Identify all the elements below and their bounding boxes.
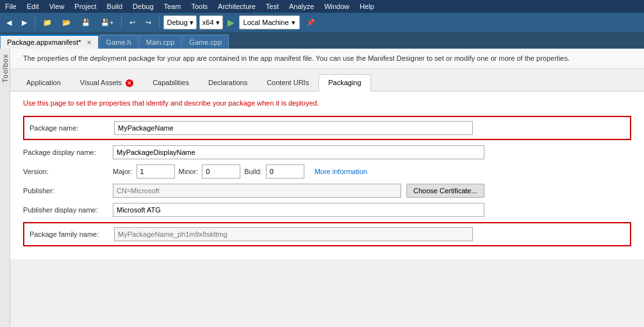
menu-test[interactable]: Test (261, 1, 284, 12)
save-button[interactable]: 💾 (78, 17, 94, 29)
tab-content-uris-label: Content URIs (267, 79, 309, 86)
menu-debug[interactable]: Debug (128, 1, 158, 12)
manifest-tabs: Application Visual Assets ✕ Capabilities… (10, 74, 644, 92)
menu-architecture[interactable]: Architecture (213, 1, 261, 12)
tab-application-label: Application (26, 79, 61, 86)
publisher-display-name-row: Publisher display name: (23, 203, 631, 217)
package-name-label: Package name: (29, 124, 114, 132)
menu-window[interactable]: Window (319, 1, 354, 12)
version-fields: Major: Minor: Build: More information (113, 164, 367, 179)
toolbar: ◀ ▶ 📁 📂 💾 💾+ ↩ ↪ Debug ▾ x64 ▾ ▶ Local M… (0, 13, 644, 32)
platform-dropdown[interactable]: x64 ▾ (199, 15, 223, 29)
publisher-input (113, 184, 401, 198)
tab-visual-assets[interactable]: Visual Assets ✕ (70, 74, 143, 92)
pin-button[interactable]: 📌 (302, 17, 319, 29)
choose-certificate-button[interactable]: Choose Certificate... (406, 184, 484, 198)
more-information-link[interactable]: More information (315, 168, 368, 175)
tab-manifest-close[interactable]: ✕ (87, 39, 92, 46)
local-machine-button[interactable]: Local Machine ▾ (239, 15, 300, 29)
menu-help[interactable]: Help (354, 1, 379, 12)
redo-button[interactable]: ↪ (142, 17, 155, 29)
version-build-input[interactable] (266, 164, 304, 179)
forward-button[interactable]: ▶ (18, 17, 31, 29)
debug-dropdown-arrow: ▾ (190, 19, 194, 27)
tab-content-uris[interactable]: Content URIs (257, 74, 318, 92)
undo-button[interactable]: ↩ (126, 17, 139, 29)
publisher-display-name-input[interactable] (113, 203, 484, 217)
info-bar: The properties of the deployment package… (10, 49, 644, 69)
build-label: Build: (244, 168, 262, 175)
back-button[interactable]: ◀ (3, 17, 15, 29)
tab-gamecpp-label: Game.cpp (189, 38, 222, 46)
platform-label: x64 (202, 19, 214, 26)
publisher-row: Publisher: Choose Certificate... (23, 184, 631, 198)
tab-gameh[interactable]: Game.h (99, 35, 138, 49)
menu-file[interactable]: File (0, 1, 22, 12)
menu-bar: File Edit View Project Build Debug Team … (0, 0, 644, 13)
version-minor-input[interactable] (202, 164, 240, 179)
version-major-input[interactable] (136, 164, 175, 179)
tab-declarations-label: Declarations (208, 79, 247, 86)
package-display-name-label: Package display name: (23, 148, 113, 156)
form-description: Use this page to set the properties that… (23, 99, 631, 107)
tab-maincpp-label: Main.cpp (146, 38, 175, 46)
local-machine-dropdown-arrow: ▾ (292, 19, 295, 27)
toolbox-label: Toolbox (1, 54, 9, 83)
tab-bar: Package.appxmanifest* ✕ Game.h Main.cpp … (0, 32, 644, 49)
play-button[interactable]: ▶ (226, 17, 236, 28)
toolbox-sidebar[interactable]: Toolbox (0, 49, 10, 327)
content-area: The properties of the deployment package… (10, 49, 644, 327)
menu-team[interactable]: Team (159, 1, 186, 12)
tab-maincpp[interactable]: Main.cpp (139, 35, 182, 49)
main-container: Toolbox The properties of the deployment… (0, 49, 644, 327)
tab-packaging[interactable]: Packaging (318, 74, 370, 92)
platform-dropdown-arrow: ▾ (216, 19, 220, 27)
separator-2 (121, 16, 122, 29)
menu-view[interactable]: View (44, 1, 70, 12)
tab-capabilities[interactable]: Capabilities (143, 74, 199, 92)
package-name-input[interactable] (114, 121, 473, 135)
major-label: Major: (113, 168, 133, 175)
visual-assets-error-badge: ✕ (126, 79, 133, 87)
tab-gameh-label: Game.h (106, 38, 131, 46)
form-area: Use this page to set the properties that… (10, 92, 644, 259)
publisher-label: Publisher: (23, 187, 113, 195)
info-bar-text: The properties of the deployment package… (23, 54, 570, 62)
menu-analyze[interactable]: Analyze (284, 1, 319, 12)
menu-build[interactable]: Build (102, 1, 128, 12)
menu-project[interactable]: Project (69, 1, 101, 12)
version-row: Version: Major: Minor: Build: More infor… (23, 164, 631, 179)
tab-manifest-label: Package.appxmanifest* (7, 38, 81, 46)
version-label: Version: (23, 168, 113, 175)
save-all-button[interactable]: 💾+ (97, 17, 117, 29)
package-name-row: Package name: (23, 116, 631, 140)
tab-declarations[interactable]: Declarations (199, 74, 257, 92)
package-display-name-input[interactable] (113, 145, 484, 159)
tab-packaging-label: Packaging (328, 79, 361, 86)
separator-1 (35, 16, 35, 29)
package-family-name-row: Package family name: (23, 222, 631, 246)
package-display-name-row: Package display name: (23, 145, 631, 159)
debug-label: Debug (167, 19, 187, 26)
menu-edit[interactable]: Edit (22, 1, 44, 12)
open-button[interactable]: 📂 (58, 17, 75, 29)
tab-manifest[interactable]: Package.appxmanifest* ✕ (0, 35, 99, 49)
separator-3 (159, 16, 160, 29)
debug-dropdown[interactable]: Debug ▾ (163, 15, 196, 29)
tab-visual-assets-label: Visual Assets (80, 79, 122, 86)
package-family-name-input (114, 227, 473, 241)
menu-tools[interactable]: Tools (186, 1, 213, 12)
tab-application[interactable]: Application (17, 74, 70, 92)
minor-label: Minor: (179, 168, 199, 175)
package-family-name-label: Package family name: (29, 230, 114, 238)
local-machine-label: Local Machine (244, 19, 289, 26)
publisher-display-name-label: Publisher display name: (23, 206, 113, 214)
tab-gamecpp[interactable]: Game.cpp (182, 35, 229, 49)
tab-capabilities-label: Capabilities (153, 79, 189, 86)
new-project-button[interactable]: 📁 (39, 17, 56, 29)
